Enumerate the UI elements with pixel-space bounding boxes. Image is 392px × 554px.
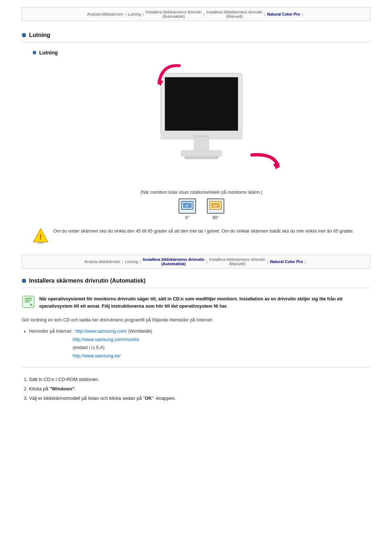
section1-heading: Lutning (22, 32, 370, 38)
nav2-item-install-manual[interactable]: Installera bildskärmens drivrutin(Manuel… (209, 257, 265, 266)
arrow-bottom-icon (249, 148, 281, 172)
svg-text:!: ! (39, 233, 42, 242)
note-icon (22, 295, 35, 308)
link-samsung-se[interactable]: http://www.samsung.se/ (73, 352, 370, 360)
link-worldwide-note: (Worldwide) (128, 329, 152, 334)
body-text: Gör iordning en tom CD och ladda ner dri… (22, 316, 370, 324)
nav-bar-top: Ansluta bildskärmen | Lutning | Installe… (22, 7, 370, 21)
page-wrapper: Ansluta bildskärmen | Lutning | Installe… (0, 0, 392, 403)
nav2-item-install-auto[interactable]: Installera bildskärmens drivrutin(Automa… (143, 257, 204, 266)
monitor-svg: SAMSUNG (140, 66, 263, 175)
nav-bar-bottom: Ansluta bildskärmen | Lutning | Installe… (22, 255, 370, 268)
section1-divider (22, 42, 370, 42)
section2-install: Installera skärmens drivrutin (Automatis… (22, 278, 370, 403)
nav-item-connect[interactable]: Ansluta bildskärmen (87, 12, 123, 16)
warning-text: Om du vrider skärmen ska du vinkla den 4… (53, 227, 354, 235)
rotation-90deg: 90° 90° (207, 198, 224, 220)
sub-section-lutning: Lutning SAMSUNG (33, 50, 370, 244)
step-1: Sätt in CD:n i CD-ROM stationen. (29, 375, 370, 384)
svg-rect-5 (194, 139, 209, 151)
section2-bullet (22, 279, 26, 283)
svg-rect-7 (184, 156, 218, 159)
sub-heading-lutning: Lutning (33, 50, 370, 56)
monitor-illustration: SAMSUNG (33, 63, 370, 179)
link-usa-note: (endast i U.S.A) (73, 344, 370, 352)
section1-title: Lutning (29, 32, 50, 38)
link-samsung-monitor[interactable]: http://www.samsung.com/monitor (73, 336, 370, 344)
rotation-90-label: 90° (212, 215, 219, 220)
step-3-text: Välj er bildskärmsmodell på listan och k… (29, 395, 176, 401)
nav-item-lutning[interactable]: Lutning (128, 12, 141, 16)
rotation-caption: (När monitorn lutas visas rotationsvinke… (33, 190, 370, 195)
install-steps: Sätt in CD:n i CD-ROM stationen. Klicka … (22, 375, 370, 403)
arrow-top-icon (154, 63, 187, 92)
svg-text:0°: 0° (186, 204, 189, 208)
links-list: Hemsidor på Internet : http://www.samsun… (29, 327, 370, 360)
step-2: Klicka på "Windows". (29, 384, 370, 394)
svg-text:SAMSUNG: SAMSUNG (194, 135, 209, 138)
link-item-worldwide: Hemsidor på Internet : http://www.samsun… (29, 327, 370, 360)
links-label: Hemsidor på Internet : (29, 329, 74, 334)
section2-heading: Installera skärmens drivrutin (Automatis… (22, 278, 370, 284)
svg-rect-20 (25, 300, 32, 300)
section2-divider (22, 288, 370, 288)
section1-bullet (22, 33, 26, 37)
nav-item-natural-color[interactable]: Natural Color Pro (267, 12, 300, 16)
nav2-item-lutning[interactable]: Lutning (125, 259, 138, 264)
note-box: När operativsystemet för monitorns drivr… (22, 295, 370, 310)
section2-title: Installera skärmens drivrutin (Automatis… (29, 278, 146, 284)
nav2-item-connect[interactable]: Ansluta bildskärmen (84, 259, 120, 264)
rotation-0-icon: 0° (181, 201, 194, 212)
rotation-box-90: 90° (207, 198, 224, 214)
rotation-90-icon: 90° (209, 201, 222, 212)
svg-rect-19 (25, 298, 32, 299)
nav-item-install-manual[interactable]: Installera bildskärmens drivrutin(Manuel… (206, 10, 262, 19)
section2-bottom-divider (22, 367, 370, 368)
warning-section: ! Om du vrider skärmen ska du vinkla den… (33, 227, 370, 244)
rotation-icons: 0° 0° 90° 90° (33, 198, 370, 220)
nav2-item-natural-color[interactable]: Natural Color Pro (270, 259, 303, 264)
svg-rect-21 (25, 301, 30, 302)
rotation-0-label: 0° (185, 215, 189, 220)
step-3: Välj er bildskärmsmodell på listan och k… (29, 394, 370, 403)
note-text: När operativsystemet för monitorns drivr… (39, 295, 370, 310)
rotation-0deg: 0° 0° (179, 198, 196, 220)
link-samsung-com[interactable]: http://www.samsung.com/ (75, 329, 127, 334)
step-2-text: Klicka på "Windows". (29, 386, 76, 391)
nav-item-install-auto[interactable]: Installera bildskärmens drivrutin(Automa… (146, 10, 202, 19)
svg-text:90°: 90° (213, 204, 218, 208)
step-1-text: Sätt in CD:n i CD-ROM stationen. (29, 377, 99, 382)
warning-icon: ! (33, 227, 49, 244)
sub-bullet (33, 51, 36, 54)
rotation-box-0: 0° (179, 198, 196, 214)
svg-rect-6 (181, 150, 222, 156)
sub-title: Lutning (39, 50, 58, 56)
rotation-info: (När monitorn lutas visas rotationsvinke… (33, 190, 370, 220)
